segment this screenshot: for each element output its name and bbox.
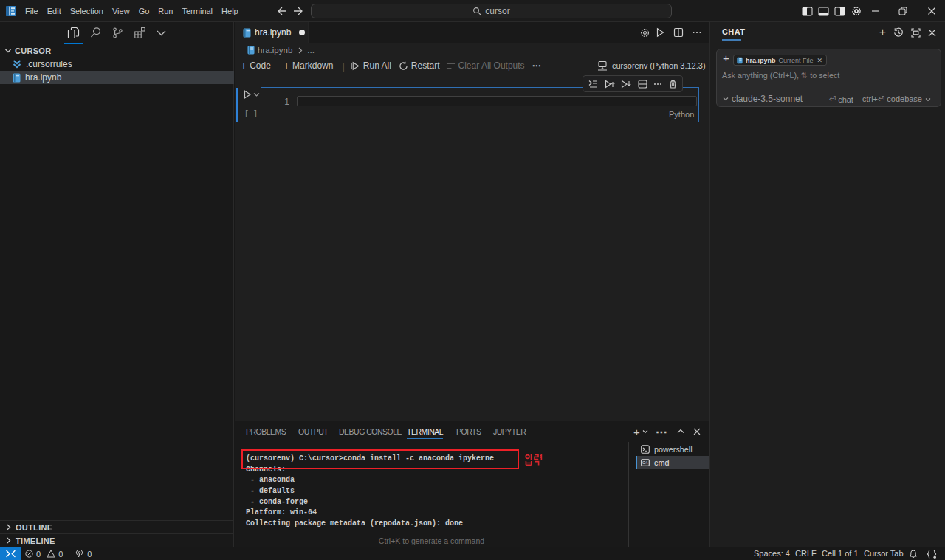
svg-text:C:\: C:\ — [642, 460, 648, 465]
